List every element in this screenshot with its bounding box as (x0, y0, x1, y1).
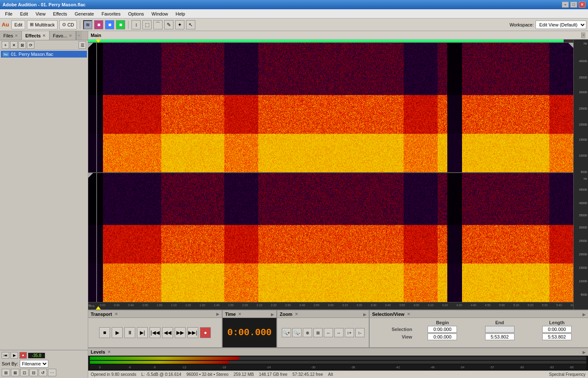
loop-button[interactable]: ⟳ (27, 41, 34, 49)
time-panel-close[interactable]: ✕ (238, 312, 242, 316)
waveform-area: hms hms0:200:300:400:501:001:101:201:301… (88, 39, 588, 310)
record-button[interactable]: ● (200, 327, 211, 338)
zoom-in-vertical-button[interactable]: ↕+ (345, 328, 354, 337)
favorites-tab-close[interactable]: ✕ (69, 34, 72, 38)
time-panel-expand[interactable]: ▶ (271, 312, 274, 317)
zoom-to-selection-button[interactable]: ⊞ (313, 328, 323, 337)
selection-row: Selection (372, 326, 585, 333)
zoom-in-time-button[interactable]: 🔍+ (282, 328, 291, 337)
menu-effects[interactable]: Effects (50, 10, 70, 17)
menu-help[interactable]: Help (172, 10, 189, 17)
marquee-selection-tool[interactable]: ⬚ (142, 20, 152, 29)
time-selection-tool[interactable]: ↕ (131, 20, 141, 29)
multitrack-mode-label: Multitrack (35, 22, 55, 27)
panel-expand-gripper[interactable]: » (76, 31, 82, 40)
menu-favorites[interactable]: Favorites (98, 10, 124, 17)
titlebar: Adobe Audition - 01. Perry Mason.flac – … (0, 0, 588, 9)
menu-edit[interactable]: Edit (17, 10, 32, 17)
levels-expand[interactable]: ▶ (583, 350, 585, 354)
mini-rewind-button[interactable]: ⏮ (2, 352, 9, 359)
favorites-tab[interactable]: Favo... ✕ (50, 31, 76, 40)
multitrack-icon: ⊞ (30, 22, 34, 27)
selection-length-input[interactable] (542, 326, 572, 333)
paintbrush-tool[interactable]: ✎ (164, 20, 173, 29)
close-file-button[interactable]: ⊠ (18, 41, 26, 49)
transport-panel-close[interactable]: ✕ (115, 312, 118, 316)
menu-window[interactable]: Window (148, 10, 171, 17)
menu-generate[interactable]: Generate (71, 10, 97, 17)
files-tab-close[interactable]: ✕ (15, 34, 18, 38)
zoom-out-full-button[interactable]: ↔ (334, 328, 344, 337)
maximize-button[interactable]: □ (570, 2, 577, 8)
view-begin-input[interactable] (428, 333, 457, 340)
effects-tab[interactable]: Effects ✕ (22, 31, 50, 40)
zoom-in-selection-button[interactable]: ⊕ (303, 328, 312, 337)
view-length-input[interactable] (542, 333, 572, 340)
zoom-in-full-button[interactable]: ↔ (324, 328, 333, 337)
pause-button[interactable]: ⏸ (124, 327, 135, 338)
go-to-end-button[interactable]: ▶▶| (187, 327, 198, 338)
cd-mode-label: CD (67, 22, 74, 27)
menu-view[interactable]: View (32, 10, 49, 17)
spectral-hue-tool[interactable]: ■ (94, 20, 103, 29)
selection-begin-input[interactable] (428, 326, 457, 333)
zoom-out-vertical-button[interactable]: ↕- (355, 328, 365, 337)
panel-icon-4[interactable]: ⊟ (29, 369, 38, 376)
edit-mode-button[interactable]: Edit (11, 20, 25, 29)
waveform-view-tool[interactable]: ≋ (83, 20, 92, 29)
zoom-out-time-button[interactable]: 🔍- (292, 328, 302, 337)
files-tab[interactable]: Files ✕ (0, 31, 22, 40)
sort-by-label: Sort By: (2, 361, 18, 366)
menu-file[interactable]: File (2, 10, 16, 17)
channel-top[interactable] (88, 43, 573, 173)
panel-icon-1[interactable]: ⊞ (2, 369, 10, 376)
selection-panel-expand[interactable]: ▶ (583, 312, 585, 317)
transport-panel-expand[interactable]: ▶ (216, 312, 219, 316)
play-button[interactable]: ▶ (112, 327, 123, 338)
spot-healing-tool[interactable]: ✦ (175, 20, 184, 29)
effects-tab-close[interactable]: ✕ (42, 34, 46, 38)
minimize-button[interactable]: – (562, 2, 569, 8)
spectral-pitch-tool[interactable]: ■ (105, 20, 114, 29)
status-level: L: -5.5dB @ 0:16.614 (141, 372, 181, 377)
spectrogram-top (88, 43, 573, 172)
spectral-gain-tool[interactable]: ■ (116, 20, 125, 29)
delete-file-button[interactable]: ✕ (10, 41, 18, 49)
panel-icon-6[interactable]: ⋯ (48, 369, 56, 376)
selection-end-input[interactable] (485, 326, 514, 333)
effects-tab-label: Effects (25, 33, 41, 38)
zoom-panel-label: Zoom (280, 312, 292, 317)
step-forward-button[interactable]: ▶▶ (175, 327, 186, 338)
panel-icon-3[interactable]: ⊡ (20, 369, 29, 376)
main-panel-gripper[interactable]: » (581, 32, 585, 38)
time-ruler: hms hms0:200:300:400:501:001:101:201:301… (88, 302, 573, 310)
panel-icon-5[interactable]: ↺ (39, 369, 47, 376)
channel-bottom[interactable] (88, 173, 573, 302)
view-end-input[interactable] (485, 333, 514, 340)
workspace-dropdown[interactable]: Edit View (Default) (536, 21, 586, 29)
levels-close[interactable]: ✕ (108, 350, 111, 354)
multitrack-mode-button[interactable]: ⊞ Multitrack (27, 20, 58, 29)
selection-panel-close[interactable]: ✕ (407, 312, 410, 316)
zoom-panel-expand[interactable]: ▶ (363, 312, 366, 317)
go-to-start-button[interactable]: |◀◀ (150, 327, 160, 338)
mini-stop-button[interactable]: ● (19, 352, 27, 359)
menu-options[interactable]: Options (125, 10, 147, 17)
cd-mode-button[interactable]: ⊙ CD (59, 20, 77, 29)
stop-button[interactable]: ■ (99, 327, 110, 338)
edit-mode-label: Edit (14, 22, 22, 27)
panel-menu-button[interactable]: ☰ (79, 41, 86, 49)
close-button[interactable]: ✕ (579, 2, 585, 8)
mini-play-button[interactable]: ▶ (10, 352, 18, 359)
move-tool[interactable]: ↖ (186, 20, 195, 29)
play-to-end-button[interactable]: ▶| (137, 327, 148, 338)
step-back-button[interactable]: ◀◀ (162, 327, 173, 338)
new-file-button[interactable]: + (2, 41, 9, 49)
zoom-panel-close[interactable]: ✕ (295, 312, 298, 316)
selection-panel-label: Selection/View (372, 312, 404, 317)
main-panel-header: Main » (88, 31, 588, 39)
file-item[interactable]: flac 01. Perry Mason.flac (1, 51, 87, 58)
panel-icon-2[interactable]: ⊠ (11, 369, 19, 376)
sort-by-select[interactable]: Filename (20, 360, 48, 368)
lasso-selection-tool[interactable]: ⌒ (153, 20, 163, 29)
